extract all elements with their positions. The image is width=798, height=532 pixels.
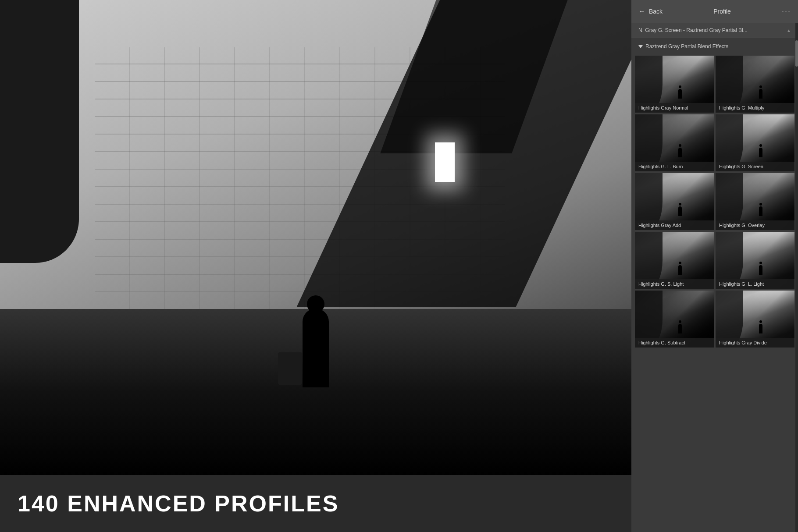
profile-item-8[interactable]: Highlights G. L. Light xyxy=(716,232,794,289)
profile-label-3: Highlights G. L. Burn xyxy=(635,162,714,171)
photo-bw xyxy=(0,0,631,475)
current-profile-bar: N. Gray G. Screen - Raztrend Gray Partia… xyxy=(631,23,798,38)
more-options-button[interactable]: ··· xyxy=(782,7,791,16)
scroll-indicator: ▲ xyxy=(787,28,791,33)
profile-label-2: Highlights G. Multiply xyxy=(716,103,794,113)
figure-silhouette xyxy=(303,309,329,387)
profile-label-1: Highlights Gray Normal xyxy=(635,103,714,113)
right-panel: ← Back Profile ··· N. Gray G. Screen - R… xyxy=(631,0,798,532)
profile-label-5: Highlights Gray Add xyxy=(635,220,714,230)
group-header: Raztrend Gray Partial Blend Effects xyxy=(631,38,798,54)
trash-can xyxy=(278,352,302,385)
profile-item-10[interactable]: Highlights Gray Divide xyxy=(716,291,794,348)
profile-item-6[interactable]: Highlights G. Overlay xyxy=(716,173,794,230)
group-label: Raztrend Gray Partial Blend Effects xyxy=(645,43,728,50)
profile-label-8: Highlights G. L. Light xyxy=(716,279,794,289)
profile-item-3[interactable]: Highlights G. L. Burn xyxy=(635,114,714,171)
back-button[interactable]: ← Back xyxy=(638,7,663,15)
profile-item-7[interactable]: Highlights G. S. Light xyxy=(635,232,714,289)
profile-item-2[interactable]: Highlights G. Multiply xyxy=(716,56,794,113)
profile-label-9: Highlights G. Subtract xyxy=(635,338,714,348)
photo-container xyxy=(0,0,631,475)
back-label: Back xyxy=(649,8,663,15)
profile-title: Profile xyxy=(663,8,782,15)
profile-label-6: Highlights G. Overlay xyxy=(716,220,794,230)
back-arrow-icon: ← xyxy=(638,7,645,15)
panel-scrollbar[interactable] xyxy=(795,23,798,532)
collapse-triangle-icon[interactable] xyxy=(638,45,643,48)
profile-item-5[interactable]: Highlights Gray Add xyxy=(635,173,714,230)
profiles-grid: Highlights Gray Normal Highlights G. Mul… xyxy=(631,54,798,349)
caption-bar: 140 ENHANCED PROFILES xyxy=(0,475,631,532)
panel-header: ← Back Profile ··· xyxy=(631,0,798,23)
profiles-section[interactable]: Raztrend Gray Partial Blend Effects High… xyxy=(631,38,798,532)
profile-item-9[interactable]: Highlights G. Subtract xyxy=(635,291,714,348)
scrollbar-thumb[interactable] xyxy=(795,40,798,67)
photo-area: 140 ENHANCED PROFILES xyxy=(0,0,631,532)
bright-window xyxy=(435,142,455,182)
caption-text: 140 ENHANCED PROFILES xyxy=(18,490,339,517)
profile-item-4[interactable]: Highlights G. Screen xyxy=(716,114,794,171)
profile-label-4: Highlights G. Screen xyxy=(716,162,794,171)
profile-label-7: Highlights G. S. Light xyxy=(635,279,714,289)
current-profile-text: N. Gray G. Screen - Raztrend Gray Partia… xyxy=(638,27,783,33)
figure-body xyxy=(303,309,329,387)
profile-label-10: Highlights Gray Divide xyxy=(716,338,794,348)
profile-item-1[interactable]: Highlights Gray Normal xyxy=(635,56,714,113)
arch-left xyxy=(0,0,79,263)
